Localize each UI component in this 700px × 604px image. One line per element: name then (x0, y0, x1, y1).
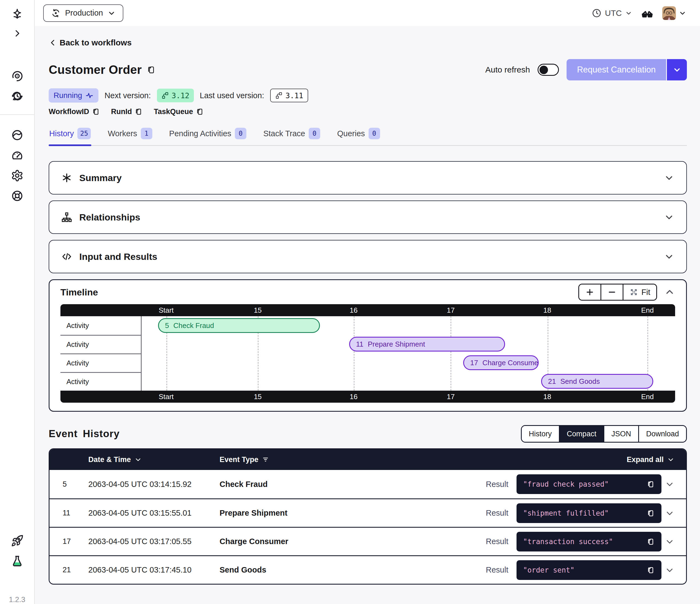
navigator-icon[interactable] (8, 6, 26, 22)
sidebar-divider (0, 114, 34, 115)
chevron-down-icon (664, 173, 674, 183)
event-row[interactable]: 11 2063-04-05 UTC 03:15:55.01 Prepare Sh… (49, 499, 686, 527)
asterisk-icon (61, 172, 72, 183)
collapse-timeline-icon[interactable] (664, 287, 675, 298)
fit-button[interactable]: Fit (623, 285, 656, 300)
tab-history[interactable]: History25 (49, 125, 91, 145)
input-results-accordion[interactable]: Input and Results (49, 240, 687, 273)
back-to-workflows-link[interactable]: Back to workflows (49, 38, 131, 47)
timeline-row-label: Activity (60, 316, 141, 335)
namespace-icon (51, 8, 61, 18)
branch-icon (275, 92, 283, 99)
zoom-out-button[interactable] (600, 285, 623, 300)
copy-result-icon[interactable] (647, 480, 655, 488)
event-history-table: Date & Time Event Type Expand all 5 2063… (49, 448, 687, 585)
workflow-page: Back to workflows Customer Order Auto re… (35, 26, 700, 604)
result-value-pill: "transaction success" (517, 532, 661, 552)
workflows-icon[interactable] (8, 68, 26, 84)
timeline-row-label: Activity (60, 354, 141, 372)
view-compact-button[interactable]: Compact (559, 426, 603, 442)
expand-row-icon[interactable] (665, 537, 675, 547)
code-icon (61, 251, 72, 262)
timeline-bar-check-fraud[interactable]: 5Check Fraud (158, 318, 320, 333)
expand-row-icon[interactable] (665, 565, 675, 575)
app-root: 1.2.3 Production (0, 0, 700, 604)
user-menu[interactable] (662, 6, 686, 20)
timeline-row-label: Activity (60, 372, 141, 391)
auto-refresh-label: Auto refresh (485, 65, 530, 74)
event-datetime: 2063-04-05 UTC 03:17:45.10 (88, 565, 220, 575)
tab-workers[interactable]: Workers1 (107, 125, 153, 145)
namespace-selector[interactable]: Production (43, 4, 123, 22)
tab-pending-activities[interactable]: Pending Activities0 (169, 125, 247, 145)
relationships-accordion[interactable]: Relationships (49, 200, 687, 234)
support-icon[interactable] (8, 188, 26, 204)
auto-refresh-toggle[interactable] (538, 64, 559, 76)
schedules-icon[interactable] (8, 88, 26, 104)
expand-all-button[interactable]: Expand all (627, 456, 686, 464)
request-cancelation-split-button: Request Cancelation (567, 59, 687, 80)
run-id-copy[interactable]: RunId (111, 107, 143, 116)
result-value-pill: "order sent" (517, 560, 661, 580)
tab-queries[interactable]: Queries0 (336, 125, 381, 145)
cancelation-menu-button[interactable] (666, 59, 687, 80)
copy-icon (196, 107, 204, 116)
fit-icon (629, 288, 638, 296)
download-button[interactable]: Download (638, 426, 686, 442)
lab-flask-icon[interactable] (8, 553, 26, 569)
chevron-down-icon (134, 456, 142, 463)
task-queue-copy[interactable]: TaskQueue (154, 107, 204, 116)
app-version: 1.2.3 (9, 596, 25, 604)
next-version-badge: 3.12 (157, 89, 194, 102)
event-id: 17 (49, 537, 88, 546)
copy-title-icon[interactable] (147, 65, 156, 74)
avatar (662, 6, 676, 20)
result-value-pill: "shipment fulfilled" (517, 503, 661, 523)
event-row[interactable]: 21 2063-04-05 UTC 03:17:45.10 Send Goods… (49, 555, 686, 584)
sort-date-time[interactable]: Date & Time (88, 456, 220, 464)
copy-result-icon[interactable] (647, 509, 655, 517)
timezone-selector[interactable]: UTC (592, 8, 632, 18)
copy-result-icon[interactable] (647, 537, 655, 546)
status-badge: Running (49, 88, 98, 102)
view-history-button[interactable]: History (522, 426, 559, 442)
event-datetime: 2063-04-05 UTC 03:17:05.55 (88, 537, 220, 546)
feedback-glasses-icon[interactable] (641, 6, 654, 20)
event-datetime: 2063-04-05 UTC 03:15:55.01 (88, 509, 220, 517)
copy-result-icon[interactable] (647, 566, 655, 574)
event-history-view-switcher: History Compact JSON Download (521, 425, 687, 442)
filter-icon (262, 456, 269, 463)
request-cancelation-button[interactable]: Request Cancelation (567, 59, 666, 80)
workflow-tabs: History25 Workers1 Pending Activities0 S… (49, 125, 687, 146)
event-history-title: Event History (49, 428, 120, 440)
usage-icon[interactable] (8, 147, 26, 164)
next-version-label: Next version: (104, 91, 151, 100)
expand-row-icon[interactable] (665, 479, 675, 489)
event-row[interactable]: 17 2063-04-05 UTC 03:17:05.55 Charge Con… (49, 527, 686, 555)
summary-accordion[interactable]: Summary (49, 161, 687, 194)
timezone-label: UTC (605, 8, 622, 18)
timeline-bar-prepare-shipment[interactable]: 11Prepare Shipment (349, 337, 505, 352)
workflow-id-copy[interactable]: WorkflowID (49, 107, 100, 116)
tab-stack-trace[interactable]: Stack Trace0 (263, 125, 321, 145)
rocket-icon[interactable] (8, 533, 26, 549)
event-type: Check Fraud (220, 480, 478, 489)
timeline-bar-charge-consumer[interactable]: 17Charge Consumer (463, 355, 539, 370)
page-title: Customer Order (49, 63, 142, 77)
timeline-axis-bottom: Start 15 16 17 18 End (60, 391, 675, 403)
expand-sidebar-icon[interactable] (8, 25, 26, 42)
view-json-button[interactable]: JSON (603, 426, 638, 442)
timeline-bar-send-goods[interactable]: 21Send Goods (541, 374, 653, 389)
nexus-icon[interactable] (8, 127, 26, 143)
filter-event-type[interactable]: Event Type (220, 456, 478, 464)
tree-icon (61, 212, 72, 223)
event-row[interactable]: 5 2063-04-05 UTC 03:14:15.92 Check Fraud… (49, 470, 686, 499)
chevron-down-icon (107, 9, 116, 17)
expand-row-icon[interactable] (665, 508, 675, 518)
result-label: Result (486, 480, 508, 489)
settings-icon[interactable] (8, 167, 26, 184)
zoom-in-button[interactable] (579, 285, 600, 300)
timeline-row-labels: Activity Activity Activity Activity (60, 316, 142, 391)
timeline-zoom-controls: Fit (578, 284, 657, 300)
sidebar: 1.2.3 (0, 0, 35, 604)
